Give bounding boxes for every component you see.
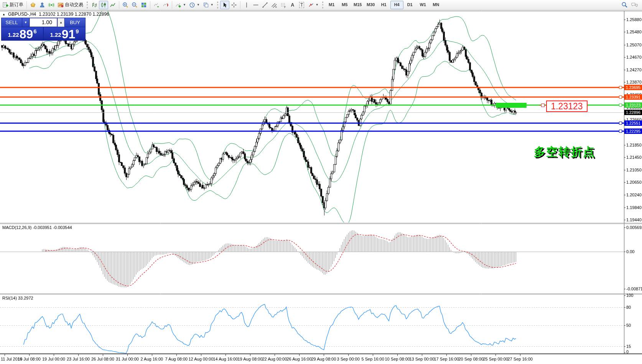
timeframe-button-m5[interactable]: M5 <box>338 1 351 9</box>
community-button[interactable] <box>38 1 47 9</box>
fibonacci-icon: F <box>280 2 286 8</box>
add-indicator-icon <box>175 2 181 8</box>
text-a-icon: A <box>291 2 294 8</box>
price-callout-label[interactable]: 1.23123 <box>546 100 588 112</box>
text-label-tool-button[interactable]: T <box>297 1 306 9</box>
cursor-tool-button[interactable] <box>220 1 229 9</box>
dropdown-caret-icon: ▼ <box>316 3 319 7</box>
sell-button[interactable]: SELL <box>2 18 22 27</box>
svg-text:E: E <box>275 6 277 8</box>
dropdown-caret-icon: ▼ <box>197 3 200 7</box>
line-chart-button[interactable] <box>108 1 117 9</box>
new-order-icon <box>2 2 8 8</box>
candlestick-chart-button[interactable] <box>99 1 108 9</box>
sell-price-quote[interactable]: 1.22 89 6 <box>2 27 43 40</box>
toolbar-separator <box>322 2 323 8</box>
buy-price-sup: 9 <box>76 28 79 35</box>
toolbar-separator <box>87 2 88 8</box>
gold-icon <box>30 2 36 8</box>
bar-chart-button[interactable] <box>90 1 99 9</box>
clock-icon <box>189 2 195 8</box>
toolbar-right-group <box>621 2 641 8</box>
chart-shift-button[interactable] <box>161 1 170 9</box>
rsi-label: RSI(14) 33.2972 <box>2 296 33 300</box>
dropdown-caret-icon: ▼ <box>211 3 214 7</box>
vertical-line-tool-button[interactable] <box>242 1 251 9</box>
text-label-icon: T <box>299 2 304 8</box>
zoom-in-button[interactable] <box>121 1 130 9</box>
arrows-icon <box>308 2 314 8</box>
chart-window: ▲ GBPUSD-,H4 1.23102 1.23139 1.22870 1.2… <box>0 10 642 364</box>
volume-increase-button[interactable]: ▲ <box>58 18 64 27</box>
buy-button[interactable]: BUY <box>65 18 85 27</box>
chart-shift-icon <box>163 2 169 8</box>
channel-icon: E <box>271 2 277 8</box>
autotrading-button[interactable]: 自动交易 <box>56 1 85 9</box>
fibonacci-tool-button[interactable]: F <box>279 1 288 9</box>
equidistant-channel-tool-button[interactable]: E <box>270 1 279 9</box>
tile-windows-button[interactable] <box>139 1 148 9</box>
buy-price-big: 91 <box>62 29 76 40</box>
signals-button[interactable] <box>47 1 56 9</box>
sell-price-prefix: 1.22 <box>8 31 19 38</box>
timeframe-button-m30[interactable]: M30 <box>364 1 377 9</box>
toolbar: 新订单 自动交易 ▼ ▼ <box>0 0 642 10</box>
price-chart-canvas[interactable] <box>0 10 642 364</box>
timeframe-button-h1[interactable]: H1 <box>377 1 390 9</box>
crosshair-tool-button[interactable] <box>229 1 239 9</box>
timeframe-button-m1[interactable]: M1 <box>325 1 338 9</box>
horizontal-line-tool-button[interactable] <box>251 1 260 9</box>
toolbar-separator <box>240 1 240 9</box>
new-order-button[interactable]: 新订单 <box>1 1 25 9</box>
templates-button[interactable]: ▼ <box>201 1 215 9</box>
buy-price-prefix: 1.22 <box>50 31 61 38</box>
new-order-label: 新订单 <box>10 2 23 8</box>
toolbar-separator <box>26 1 27 9</box>
symbol-ohlc-bar: ▲ GBPUSD-,H4 1.23102 1.23139 1.22870 1.2… <box>2 12 109 17</box>
zoom-out-icon <box>132 2 138 8</box>
sell-price-sup: 6 <box>33 28 36 35</box>
buy-price-quote[interactable]: 1.22 91 9 <box>44 27 85 40</box>
add-indicator-button[interactable]: ▼ <box>174 1 188 9</box>
symbol-name: GBPUSD-,H4 <box>8 12 36 17</box>
zoom-in-icon <box>122 2 128 8</box>
timeframe-button-mn[interactable]: MN <box>430 1 443 9</box>
person-icon <box>39 2 45 8</box>
trendline-icon <box>262 2 268 8</box>
toolbar-separator <box>150 1 150 9</box>
line-chart-icon <box>110 2 116 8</box>
horizontal-line-icon <box>253 2 259 8</box>
vertical-line-icon <box>244 2 250 8</box>
toolbar-separator <box>217 2 218 8</box>
svg-text:F: F <box>284 5 286 8</box>
timeframe-button-d1[interactable]: D1 <box>403 1 416 9</box>
search-icon[interactable] <box>621 2 628 8</box>
timeframe-button-m15[interactable]: M15 <box>351 1 364 9</box>
sell-price-big: 89 <box>20 29 33 40</box>
zoom-out-button[interactable] <box>130 1 139 9</box>
one-click-trade-panel: SELL ▼ 1.00 ▲ BUY 1.22 89 6 1.22 91 9 <box>1 18 86 41</box>
macd-label: MACD(12,26,9) -0.003951 -0.003544 <box>2 225 72 230</box>
chat-icon[interactable] <box>631 2 638 8</box>
symbol-ohlc-values: 1.23102 1.23139 1.22870 1.22896 <box>39 12 109 17</box>
text-tool-button[interactable]: A <box>288 1 297 9</box>
timeframe-button-w1[interactable]: W1 <box>416 1 430 9</box>
volume-decrease-button[interactable]: ▼ <box>22 18 29 27</box>
market-button[interactable] <box>28 1 38 9</box>
arrows-tool-button[interactable]: ▼ <box>306 1 320 9</box>
periods-button[interactable]: ▼ <box>188 1 201 9</box>
toolbar-separator <box>119 1 119 9</box>
toolbar-separator <box>172 1 172 9</box>
tile-windows-icon <box>141 2 147 8</box>
collapse-quote-icon[interactable]: ▲ <box>2 13 5 16</box>
auto-scroll-button[interactable] <box>152 1 161 9</box>
timeframe-group: M1M5M15M30H1H4D1W1MN <box>325 1 443 9</box>
timeframe-button-h4[interactable]: H4 <box>390 1 403 9</box>
cursor-icon <box>222 2 228 8</box>
signal-icon <box>48 2 54 8</box>
trendline-tool-button[interactable] <box>260 1 270 9</box>
autotrading-icon <box>58 2 64 8</box>
templates-icon <box>203 2 209 8</box>
autotrading-label: 自动交易 <box>65 2 83 8</box>
volume-input[interactable]: 1.00 <box>30 18 57 27</box>
